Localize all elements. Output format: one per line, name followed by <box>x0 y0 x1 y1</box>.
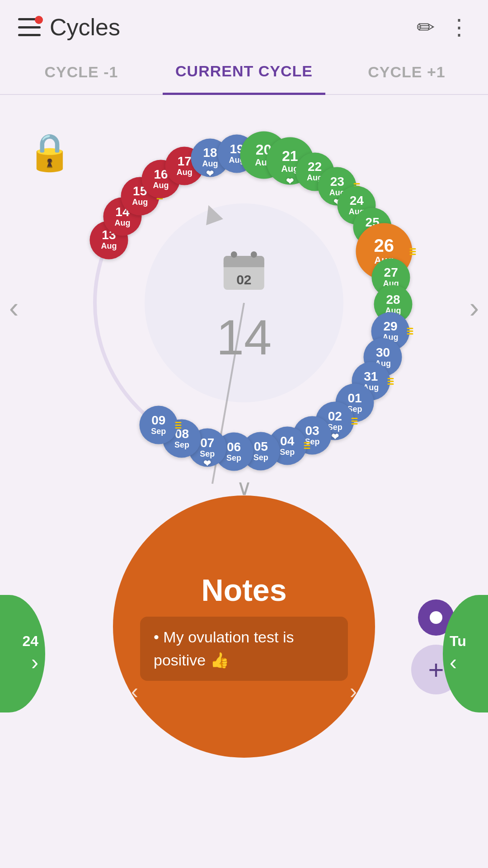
day-nodes: 13Aug14Aug15Aug16Aug17Aug18Aug❤19Aug20Au… <box>0 104 488 511</box>
header-left: Cycles <box>18 14 120 41</box>
main-content: 🔒 ‹ › 02 <box>0 95 488 767</box>
app-title: Cycles <box>50 14 120 41</box>
notes-circle: Notes • My ovulation test is positive 👍 … <box>113 495 375 758</box>
notification-dot <box>35 16 43 24</box>
header: Cycles ✏ ⋮ <box>0 0 488 50</box>
day-node[interactable]: 09Sep <box>139 406 178 444</box>
partial-left-nav[interactable]: › <box>31 650 38 675</box>
partial-right-nav[interactable]: ‹ <box>450 650 457 675</box>
notes-title: Notes <box>202 572 287 608</box>
notes-text: My ovulation test is positive 👍 <box>154 628 294 669</box>
tab-bar: CYCLE -1 CURRENT CYCLE CYCLE +1 <box>0 50 488 95</box>
tab-cycle-plus1[interactable]: CYCLE +1 <box>325 51 488 94</box>
notes-bullet: • <box>154 628 163 646</box>
more-options-button[interactable]: ⋮ <box>448 14 470 40</box>
edit-button[interactable]: ✏ <box>417 14 435 40</box>
menu-button[interactable] <box>18 18 41 36</box>
header-actions: ✏ ⋮ <box>417 14 470 40</box>
pin-dot <box>430 611 442 624</box>
notes-prev-button[interactable]: ‹ <box>131 679 138 703</box>
notes-section: ∨ Notes • My ovulation test is positive … <box>113 475 375 758</box>
tab-cycle-minus1[interactable]: CYCLE -1 <box>0 51 163 94</box>
partial-left-day: 24 <box>22 633 38 650</box>
notes-navigation: ‹ › <box>113 679 375 703</box>
notes-next-button[interactable]: › <box>350 679 357 703</box>
partial-right-day: Tu <box>450 633 466 650</box>
partial-left-panel[interactable]: 24 › <box>0 595 45 712</box>
notes-content: • My ovulation test is positive 👍 <box>140 617 348 681</box>
tab-current-cycle[interactable]: CURRENT CYCLE <box>163 50 325 95</box>
cycle-circle-container: 🔒 ‹ › 02 <box>0 104 488 511</box>
